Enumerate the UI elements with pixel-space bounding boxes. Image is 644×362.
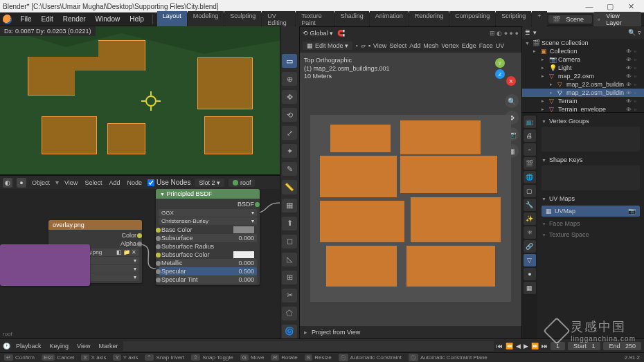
- project-from-view-button[interactable]: Project from View: [312, 329, 360, 336]
- timeline-track[interactable]: [123, 341, 493, 351]
- material-selector[interactable]: roof: [229, 179, 256, 187]
- tool-rotate[interactable]: ⟲: [282, 108, 297, 122]
- tab-layout[interactable]: Layout: [157, 11, 187, 28]
- node-partial-left[interactable]: [0, 244, 90, 286]
- prop-tab-particle[interactable]: ✨: [524, 212, 536, 225]
- tab-rendering[interactable]: Rendering: [409, 11, 449, 28]
- outliner-row[interactable]: ▼🎬Scene Collection: [522, 39, 644, 47]
- v3d-menu-select[interactable]: Select: [389, 42, 406, 49]
- tool-spin[interactable]: 🌀: [282, 325, 297, 338]
- tool-poly[interactable]: ⬠: [282, 307, 297, 320]
- tab-compositing[interactable]: Compositing: [449, 11, 495, 28]
- outliner-row[interactable]: ▸▽Terrain_envelope👁▫: [522, 105, 644, 113]
- outliner-row[interactable]: ▸💡Light👁▫: [522, 64, 644, 72]
- tool-extrude[interactable]: ⬆: [282, 217, 297, 230]
- v3d-menu-mesh[interactable]: Mesh: [423, 42, 438, 49]
- tool-move[interactable]: ✥: [282, 90, 297, 104]
- prop-tab-scene[interactable]: 🎬: [524, 157, 536, 170]
- tab-animation[interactable]: Animation: [370, 11, 409, 28]
- scene-selector[interactable]: 🎬 Scene: [548, 15, 593, 24]
- zoom-icon[interactable]: 🔍: [505, 94, 519, 108]
- viewport-canvas[interactable]: Top Orthographic (1) map_22.osm_building…: [300, 53, 521, 326]
- menu-window[interactable]: Window: [91, 15, 125, 23]
- navigation-gizmo[interactable]: Y X Z: [484, 58, 516, 90]
- keyframe-next-icon[interactable]: ⏩: [531, 343, 539, 350]
- tool-knife[interactable]: ✂: [282, 289, 297, 302]
- viewlayer-selector[interactable]: ▫ View Layer: [593, 12, 641, 27]
- timeline-type-icon[interactable]: 🕐: [3, 343, 10, 350]
- v3d-menu-view[interactable]: View: [373, 42, 386, 49]
- outliner-row[interactable]: ▸▽Terrain👁▫: [522, 97, 644, 105]
- tab-add[interactable]: +: [532, 11, 546, 28]
- outliner-type-icon[interactable]: ≣: [525, 29, 530, 36]
- prop-tab-view[interactable]: ▫: [524, 143, 536, 156]
- section-texture-space[interactable]: Texture Space: [542, 229, 640, 240]
- tool-bevel[interactable]: ◺: [282, 253, 297, 266]
- prop-tab-output[interactable]: 🖨: [524, 129, 536, 142]
- section-face-maps[interactable]: Face Maps: [542, 218, 640, 229]
- tool-add[interactable]: ▦: [282, 199, 297, 212]
- menu-file[interactable]: File: [16, 15, 35, 23]
- outliner-row[interactable]: ▸▽map_22.osm_buildin👁▫: [522, 80, 644, 89]
- select-mode-edge-icon[interactable]: ▱: [361, 42, 366, 49]
- editor-type-icon[interactable]: ◐: [3, 178, 12, 188]
- play-reverse-icon[interactable]: ◀: [516, 343, 521, 350]
- play-icon[interactable]: ▶: [524, 343, 528, 350]
- prop-tab-object[interactable]: ▢: [524, 185, 536, 197]
- section-vertex-groups[interactable]: Vertex Groups: [542, 116, 640, 127]
- v3d-menu-face[interactable]: Face: [479, 42, 493, 49]
- outliner-row[interactable]: ▸📷Camera👁▫: [522, 55, 644, 64]
- keyframe-prev-icon[interactable]: ⏪: [506, 343, 513, 350]
- minimize-button[interactable]: —: [579, 2, 600, 10]
- tab-sculpting[interactable]: Sculpting: [224, 11, 261, 28]
- prop-tab-physics[interactable]: ⚛: [524, 226, 536, 239]
- mode-label[interactable]: Object: [30, 179, 51, 186]
- jump-start-icon[interactable]: ⏮: [497, 343, 503, 350]
- tab-uv-editing[interactable]: UV Editing: [262, 11, 295, 28]
- menu-node[interactable]: Node: [125, 179, 143, 186]
- tab-shading[interactable]: Shading: [335, 11, 369, 28]
- use-nodes-checkbox[interactable]: Use Nodes: [147, 179, 190, 186]
- section-shape-keys[interactable]: Shape Keys: [542, 154, 640, 165]
- tab-scripting[interactable]: Scripting: [496, 11, 531, 28]
- snap-icon[interactable]: 🧲: [337, 30, 345, 37]
- shader-type-icon[interactable]: ●: [17, 178, 26, 188]
- menu-view[interactable]: View: [63, 179, 79, 186]
- prop-tab-data[interactable]: ▽: [524, 254, 536, 266]
- tab-texture-paint[interactable]: Texture Paint: [296, 11, 334, 28]
- tool-annotate[interactable]: ✎: [282, 162, 297, 176]
- menu-render[interactable]: Render: [59, 15, 90, 23]
- tool-scale[interactable]: ⤢: [282, 126, 297, 140]
- slot-selector[interactable]: Slot 2 ▾: [195, 179, 224, 187]
- jump-end-icon[interactable]: ⏭: [542, 343, 548, 350]
- mode-selector[interactable]: ▦ Edit Mode ▾: [303, 42, 353, 50]
- prop-tab-material[interactable]: ●: [524, 268, 536, 280]
- outliner-row[interactable]: ▸▽map_22.osm👁▫: [522, 72, 644, 80]
- node-header[interactable]: overlay.png: [48, 220, 142, 230]
- menu-help[interactable]: Help: [125, 15, 148, 23]
- uvmap-item[interactable]: ▦ UVMap📷: [542, 206, 640, 217]
- tab-modeling[interactable]: Modeling: [188, 11, 224, 28]
- outliner-row[interactable]: ▸▣Collection👁▫: [522, 47, 644, 55]
- timeline-marker[interactable]: Marker: [96, 342, 120, 350]
- tool-select-box[interactable]: ▭: [282, 54, 297, 68]
- orientation-selector[interactable]: ⟲ Global ▾: [303, 30, 333, 37]
- menu-select[interactable]: Select: [83, 179, 103, 186]
- start-frame[interactable]: Start 1: [568, 342, 601, 350]
- outliner-row[interactable]: ▸▽map_22.osm_buildin👁▫: [522, 89, 644, 97]
- sss-method-field[interactable]: Christensen-Burley▾: [159, 217, 257, 225]
- end-frame[interactable]: End 250: [603, 342, 641, 350]
- node-principled-bsdf[interactable]: ▼ Principled BSDF BSDF GGX▾ Christensen-…: [156, 189, 260, 285]
- maximize-button[interactable]: ▢: [600, 2, 620, 11]
- node-editor[interactable]: overlay.png Color Alpha 🖼 overlay.png ◧ …: [0, 189, 280, 338]
- v3d-menu-uv[interactable]: UV: [496, 42, 505, 49]
- prop-tab-render[interactable]: 📺: [524, 116, 536, 128]
- timeline-keying[interactable]: Keying: [47, 342, 72, 350]
- current-frame[interactable]: 1: [551, 342, 565, 350]
- tool-loopcut[interactable]: ⊞: [282, 271, 297, 284]
- prop-tab-world[interactable]: 🌐: [524, 171, 536, 183]
- uv-image-editor[interactable]: Dx: 0.0087 Dy: 0.0203 (0.0221): [0, 26, 280, 175]
- select-mode-vertex-icon[interactable]: ▫: [355, 42, 357, 49]
- v3d-menu-vertex[interactable]: Vertex: [441, 42, 459, 49]
- tool-transform[interactable]: ✦: [282, 144, 297, 158]
